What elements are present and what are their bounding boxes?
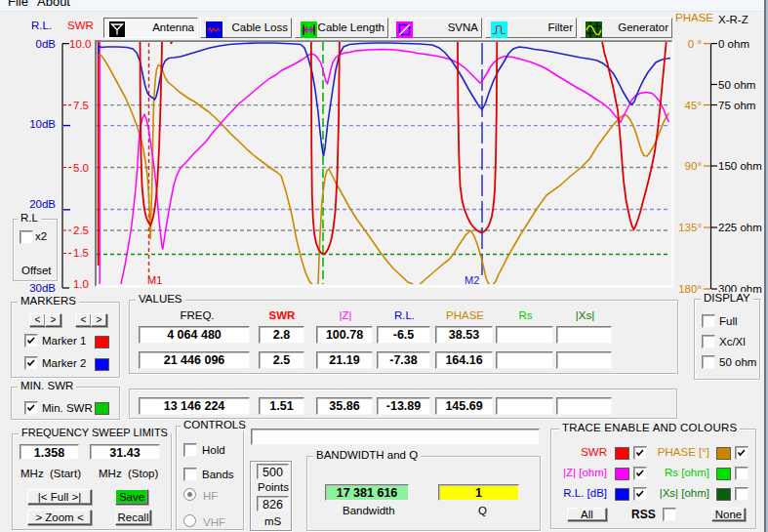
svg-text:10.0: 10.0 (69, 38, 91, 50)
svg-text:0 °: 0 ° (688, 38, 702, 50)
svg-text:45°: 45° (685, 100, 702, 111)
svg-text:SWR: SWR (67, 20, 94, 31)
svg-text:50 ohm: 50 ohm (718, 79, 755, 91)
svg-text:R.L.: R.L. (31, 20, 52, 31)
svg-text:0 ohm: 0 ohm (718, 38, 749, 50)
svg-text:90°: 90° (685, 160, 702, 172)
svg-text:X-R-Z: X-R-Z (718, 14, 748, 25)
svg-text:7.5: 7.5 (73, 100, 89, 111)
svg-text:225 ohm: 225 ohm (718, 222, 762, 233)
svg-text:M1: M1 (147, 274, 162, 286)
svg-text:1.0: 1.0 (73, 278, 89, 290)
svg-text:30dB: 30dB (29, 282, 56, 294)
svg-text:10dB: 10dB (29, 118, 56, 130)
svg-text:75 ohm: 75 ohm (718, 100, 755, 111)
svg-text:180°: 180° (678, 283, 702, 295)
svg-text:135°: 135° (678, 222, 702, 233)
svg-text:20dB: 20dB (29, 198, 56, 210)
svg-text:M2: M2 (465, 274, 479, 286)
svg-text:2.5: 2.5 (73, 225, 89, 236)
svg-text:0dB: 0dB (36, 38, 57, 50)
svg-text:1.5: 1.5 (73, 247, 89, 259)
svg-text:150 ohm: 150 ohm (718, 160, 762, 172)
svg-text:PHASE: PHASE (675, 12, 713, 23)
svg-text:5.0: 5.0 (73, 162, 89, 174)
